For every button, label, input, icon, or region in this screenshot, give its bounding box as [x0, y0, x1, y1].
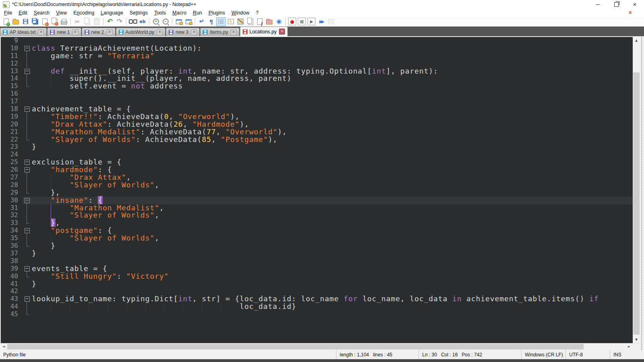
fold-collapse-icon[interactable]: [25, 228, 30, 233]
tab-ap-ideas-txt[interactable]: AP Ideas.txt×: [0, 28, 47, 36]
status-encoding[interactable]: UTF-8: [566, 350, 610, 359]
tab-close-icon[interactable]: ×: [157, 29, 163, 35]
code-text[interactable]: "Slayer of Worlds",: [32, 212, 633, 219]
tab-new-1[interactable]: new 1×: [47, 28, 81, 36]
vertical-scrollbar-thumb[interactable]: [633, 72, 640, 335]
tab-items-py[interactable]: Items.py×: [200, 28, 239, 36]
code-text[interactable]: "Slayer of Worlds",: [32, 234, 633, 242]
code-text[interactable]: self.event = not address: [32, 82, 633, 90]
fold-toggle[interactable]: [23, 227, 32, 234]
folder-as-workspace-button[interactable]: [264, 17, 274, 26]
fold-collapse-icon[interactable]: [25, 167, 30, 173]
menu-view[interactable]: View: [53, 9, 70, 17]
save-all-button[interactable]: [30, 17, 40, 26]
close-file-button[interactable]: −: [40, 17, 50, 26]
close-button[interactable]: ×: [625, 0, 644, 9]
cut-button[interactable]: ✂: [72, 17, 82, 26]
code-text[interactable]: [32, 257, 633, 265]
menu-encoding[interactable]: Encoding: [70, 9, 97, 17]
menu-run[interactable]: Run: [190, 9, 205, 17]
fold-collapse-icon[interactable]: [25, 160, 30, 165]
tab-close-icon[interactable]: ×: [38, 29, 44, 35]
fold-toggle[interactable]: [23, 68, 32, 75]
code-text[interactable]: loc_data.id}: [32, 303, 633, 311]
code-text[interactable]: "Slayer of Worlds": AchieveData(85, "Pos…: [32, 136, 633, 144]
sync-vertical-scrolling-button[interactable]: [174, 17, 184, 26]
find-button[interactable]: [128, 17, 138, 26]
code-text[interactable]: "Slayer of Worlds",: [32, 181, 633, 189]
notepadpp-logo-icon[interactable]: [3, 1, 10, 8]
tab-close-icon[interactable]: ×: [107, 29, 113, 35]
paste-button[interactable]: [92, 17, 101, 26]
open-file-button[interactable]: [11, 17, 21, 26]
minimize-button[interactable]: [588, 0, 607, 9]
print-button[interactable]: [59, 17, 69, 26]
tab-close-icon[interactable]: ×: [279, 29, 285, 35]
fold-collapse-icon[interactable]: [25, 296, 30, 302]
menu-[interactable]: ?: [253, 9, 262, 17]
code-text[interactable]: [32, 151, 633, 158]
fold-collapse-icon[interactable]: [25, 46, 30, 51]
zoom-out-button[interactable]: −: [161, 17, 170, 26]
menu-macro[interactable]: Macro: [169, 9, 190, 17]
menu-edit[interactable]: Edit: [15, 9, 31, 17]
tab-new-2[interactable]: new 2×: [82, 28, 116, 36]
vertical-scrollbar[interactable]: ▲ ▼: [633, 37, 640, 343]
fold-toggle[interactable]: [23, 105, 32, 113]
macro-play-button[interactable]: ▶: [307, 17, 316, 26]
replace-button[interactable]: ab: [138, 17, 147, 26]
copy-button[interactable]: [82, 17, 92, 26]
menu-tools[interactable]: Tools: [151, 9, 169, 17]
scroll-left-icon[interactable]: ◄: [0, 343, 7, 350]
redo-button[interactable]: ↷: [115, 17, 124, 26]
fold-toggle[interactable]: [23, 45, 32, 52]
fold-toggle[interactable]: [23, 166, 32, 174]
save-button[interactable]: [21, 17, 30, 26]
fold-collapse-icon[interactable]: [25, 266, 30, 272]
document-list-button[interactable]: [245, 17, 255, 26]
new-file-button[interactable]: +: [1, 17, 11, 26]
tab-close-icon[interactable]: ×: [72, 29, 78, 35]
code-text[interactable]: [32, 311, 633, 318]
macro-save-button[interactable]: [326, 17, 336, 26]
word-wrap-button[interactable]: ↵: [197, 17, 206, 26]
restore-button[interactable]: [607, 0, 625, 9]
fold-collapse-icon[interactable]: [25, 107, 30, 112]
code-text[interactable]: game: str = "Terraria": [32, 52, 633, 60]
show-all-characters-button[interactable]: ¶: [206, 17, 216, 26]
code-text[interactable]: [32, 90, 633, 98]
file-monitoring-button[interactable]: ◉: [274, 17, 284, 26]
undo-button[interactable]: ↶: [105, 17, 115, 26]
code-text[interactable]: }: [32, 250, 633, 257]
code-text[interactable]: }: [32, 143, 633, 151]
scroll-up-icon[interactable]: ▲: [633, 37, 640, 44]
sync-horizontal-scrolling-button[interactable]: [184, 17, 193, 26]
zoom-in-button[interactable]: +: [151, 17, 161, 26]
menu-language[interactable]: Language: [97, 9, 126, 17]
status-insert-mode[interactable]: INS: [610, 350, 644, 359]
menubar-close-document-icon[interactable]: ×: [627, 9, 634, 17]
user-defined-language-button[interactable]: ϟ: [226, 17, 235, 26]
scroll-right-icon[interactable]: ►: [625, 343, 633, 350]
fold-toggle[interactable]: [23, 295, 32, 303]
code-text[interactable]: }: [32, 280, 633, 288]
close-all-files-button[interactable]: −: [50, 17, 59, 26]
code-text[interactable]: }: [32, 242, 633, 250]
code-editor[interactable]: 910class TerrariaAchievement(Location):1…: [0, 37, 633, 343]
horizontal-scrollbar[interactable]: ◄ ►: [0, 343, 640, 350]
menu-file[interactable]: File: [1, 9, 15, 17]
code-text[interactable]: exclusion_table = {: [32, 158, 633, 166]
tab-close-icon[interactable]: ×: [231, 29, 237, 35]
tab-locations-py[interactable]: Locations.py×: [240, 27, 288, 36]
fold-collapse-icon[interactable]: [25, 198, 30, 203]
document-map-button[interactable]: [235, 17, 245, 26]
menu-window[interactable]: Window: [228, 9, 252, 17]
scroll-down-icon[interactable]: ▼: [633, 336, 640, 343]
code-text[interactable]: },: [32, 189, 633, 197]
fold-toggle[interactable]: [23, 197, 32, 204]
code-text[interactable]: },: [32, 219, 633, 227]
fold-collapse-icon[interactable]: [25, 69, 30, 74]
function-list-button[interactable]: ƒ: [255, 17, 264, 26]
show-indent-guide-button[interactable]: [216, 17, 226, 26]
fold-toggle[interactable]: [23, 158, 32, 166]
